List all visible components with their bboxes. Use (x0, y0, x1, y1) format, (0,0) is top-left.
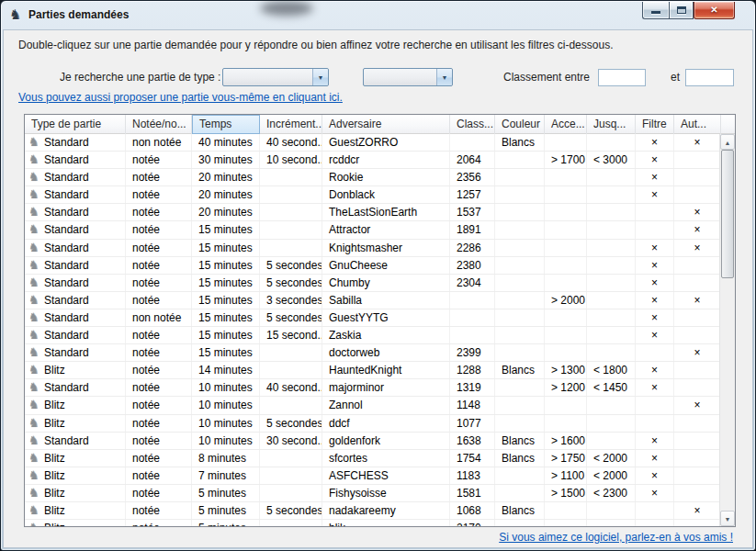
cell-auto (674, 433, 721, 449)
knight-icon: ♞ (28, 275, 44, 291)
cell-rating: 1638 (450, 433, 495, 449)
game-row[interactable]: ♞Blitznotée14 minutesHauntedKnight1288Bl… (25, 362, 721, 379)
game-row[interactable]: ♞Standardnotée20 minutesTheLastSionEarth… (25, 204, 721, 221)
game-row[interactable]: ♞Standardnotée15 minutes3 secondesSabill… (25, 292, 721, 309)
game-row[interactable]: ♞Blitznotée5 minutes5 secondesnadakareem… (25, 502, 721, 520)
column-header-increment[interactable]: Incrément... (260, 115, 322, 134)
column-header-opponent[interactable]: Adversaire (322, 115, 450, 134)
cell-accept-min (545, 221, 587, 238)
game-row[interactable]: ♞Standardnon notée15 minutes5 secondesGu… (25, 309, 721, 327)
cell-increment (260, 362, 322, 378)
titlebar[interactable]: ♞ Parties demandées ✕ (1, 1, 755, 29)
knight-icon: ♞ (28, 186, 44, 203)
game-row[interactable]: ♞Standardnotée15 minutesAttractor1891× (25, 221, 721, 239)
cell-accept-max: < 2000 (587, 467, 636, 484)
cell-increment (260, 344, 322, 361)
cell-filter: × (636, 275, 674, 291)
cell-color (495, 186, 545, 203)
cell-color (495, 344, 545, 361)
cell-auto: × (674, 221, 721, 238)
cell-rating: 2304 (450, 275, 495, 291)
cell-increment: 5 secondes (260, 415, 322, 432)
knight-icon: ♞ (28, 257, 44, 274)
column-header-auto[interactable]: Aut... (674, 115, 721, 134)
cell-increment: 40 second... (260, 379, 322, 396)
game-row[interactable]: ♞Standardnotée15 minutes5 secondesGnuChe… (25, 257, 721, 275)
cell-rating: 2356 (450, 169, 495, 186)
rating-min-input[interactable] (598, 69, 646, 86)
close-button[interactable]: ✕ (694, 2, 735, 19)
type-filter-label: Je recherche une partie de type : (60, 71, 220, 84)
cell-color: Blancs (495, 502, 545, 519)
rating-max-input[interactable] (685, 69, 734, 86)
cell-auto (674, 186, 721, 203)
game-row[interactable]: ♞Standardnotée20 minutesRookie2356× (25, 169, 721, 186)
cell-type: ♞Standard (25, 379, 126, 396)
cell-time: 15 minutes (192, 275, 260, 291)
game-row[interactable]: ♞Standardnotée30 minutes10 second...rcdd… (25, 152, 721, 169)
game-subtype-select[interactable]: ▼ (363, 68, 453, 86)
game-row[interactable]: ♞Blitznotée8 minutessfcortes1754Blancs> … (25, 450, 721, 467)
cell-time: 15 minutes (192, 309, 260, 326)
cell-rating: 1319 (450, 379, 495, 396)
cell-time: 40 minutes (192, 134, 260, 151)
knight-icon: ♞ (28, 362, 44, 378)
game-type-select[interactable]: ▼ (222, 68, 329, 86)
cell-accept-max: < 2300 (587, 485, 636, 501)
cell-filter: × (636, 362, 674, 378)
game-row[interactable]: ♞Standardnotée20 minutesDonblack1257× (25, 186, 721, 204)
cell-accept-max: < 2000 (587, 450, 636, 467)
cell-type: ♞Standard (25, 152, 126, 168)
column-header-filter[interactable]: Filtre (636, 115, 674, 134)
chevron-down-icon: ▼ (312, 69, 328, 85)
scrollbar-thumb[interactable] (721, 150, 734, 278)
game-row[interactable]: ♞Blitznotée5 minutesblik2170 (25, 520, 721, 527)
cell-filter: × (636, 134, 674, 151)
minimize-button[interactable] (642, 2, 669, 19)
game-row[interactable]: ♞Standardnotée10 minutes40 second...majo… (25, 379, 721, 397)
scroll-up-button[interactable]: ▲ (720, 134, 735, 150)
game-row[interactable]: ♞Standardnotée15 minutes15 second...Zask… (25, 327, 721, 344)
cell-time: 5 minutes (192, 520, 260, 527)
column-header-accept-max[interactable]: Jusq... (587, 115, 636, 134)
cell-opponent: GuestYYTG (322, 309, 450, 326)
cell-rating (450, 327, 495, 343)
game-row[interactable]: ♞Standardnotée15 minutesKnightsmasher228… (25, 240, 721, 257)
game-row[interactable]: ♞Blitznotée10 minutes5 secondesddcf1077 (25, 415, 721, 433)
cell-time: 10 minutes (192, 397, 260, 413)
cell-time: 15 minutes (192, 257, 260, 274)
cell-filter: × (636, 467, 674, 484)
game-row[interactable]: ♞Blitznotée5 minutesFishysoisse1581> 150… (25, 485, 721, 502)
game-row[interactable]: ♞Standardnotée10 minutes30 second...gold… (25, 433, 721, 450)
cell-opponent: Attractor (322, 221, 450, 238)
cell-filter: × (636, 450, 674, 467)
scroll-down-button[interactable]: ▼ (720, 511, 735, 526)
column-header-rated[interactable]: Notée/no... (126, 115, 192, 134)
cell-rated: notée (126, 397, 192, 413)
cell-accept-max (587, 240, 636, 256)
game-row[interactable]: ♞Blitznotée7 minutesASFCHESS1183> 1100< … (25, 467, 721, 485)
column-header-rating[interactable]: Class... (450, 115, 495, 134)
vertical-scrollbar[interactable]: ▲ ▼ (719, 134, 735, 526)
maximize-button[interactable] (669, 2, 694, 19)
cell-color (495, 240, 545, 256)
cell-time: 10 minutes (192, 433, 260, 449)
game-row[interactable]: ♞Blitznotée10 minutesZannol1148× (25, 397, 721, 414)
cell-type: ♞Standard (25, 134, 126, 151)
column-header-time[interactable]: Temps (192, 115, 260, 134)
cell-color (495, 520, 545, 527)
game-row[interactable]: ♞Standardnotée15 minutesdoctorweb2399× (25, 344, 721, 362)
cell-color: Blancs (495, 433, 545, 449)
cell-increment: 30 second... (260, 433, 322, 449)
cell-increment: 15 second... (260, 327, 322, 343)
column-header-color[interactable]: Couleur (495, 115, 545, 134)
game-row[interactable]: ♞Standardnon notée40 minutes40 second...… (25, 134, 721, 152)
cell-accept-min: > 1500 (545, 485, 587, 501)
game-row[interactable]: ♞Standardnotée15 minutes5 secondesChumby… (25, 275, 721, 292)
cell-filter: × (636, 152, 674, 168)
column-header-type[interactable]: Type de partie (25, 115, 126, 134)
column-header-accept-min[interactable]: Acce... (545, 115, 587, 134)
propose-game-link[interactable]: Vous pouvez aussi proposer une partie vo… (18, 91, 343, 104)
share-link[interactable]: Si vous aimez ce logiciel, parlez-en à v… (499, 531, 733, 544)
cell-accept-max (587, 520, 636, 527)
